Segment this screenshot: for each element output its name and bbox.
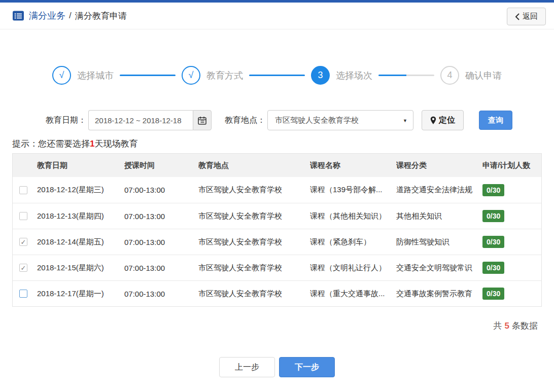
cell-course-category: 其他相关知识 — [396, 211, 482, 221]
session-table: 教育日期 授课时间 教育地点 课程名称 课程分类 申请/计划人数 2018-12… — [12, 153, 542, 307]
capacity-badge: 0/30 — [482, 262, 504, 274]
col-applied-planned: 申请/计划人数 — [482, 161, 541, 170]
step-select-city: √ 选择城市 — [52, 66, 114, 85]
search-button[interactable]: 查询 — [479, 111, 512, 130]
cell-course-name: 课程（紧急刹车） — [310, 237, 396, 247]
row-checkbox[interactable] — [19, 186, 27, 194]
filter-bar: 教育日期： 教育地点： 市区驾驶人安全教育学校 ▼ 定位 查询 — [0, 110, 554, 130]
col-course-category: 课程分类 — [396, 161, 482, 170]
cell-course-name: 课程（139号部令解... — [310, 185, 396, 195]
table-row[interactable]: ✓ 2018-12-15(星期六) 07:00-13:00 市区驾驶人安全教育学… — [13, 255, 541, 280]
col-class-time: 授课时间 — [124, 161, 198, 170]
step-connector-1 — [120, 75, 176, 76]
cell-class-time: 07:00-13:00 — [124, 264, 198, 272]
record-count: 共5条数据 — [0, 320, 538, 332]
page-header: 满分业务 / 满分教育申请 返回 — [0, 3, 554, 29]
breadcrumb-business[interactable]: 满分业务 — [29, 10, 65, 22]
table-header-row: 教育日期 授课时间 教育地点 课程名称 课程分类 申请/计划人数 — [13, 154, 541, 177]
cell-education-date: 2018-12-14(星期五) — [37, 237, 124, 247]
capacity-badge: 0/30 — [482, 210, 504, 222]
step-select-session: 3 选择场次 — [311, 66, 372, 85]
cell-education-location: 市区驾驶人安全教育学校 — [198, 263, 310, 273]
hint-text: 提示：您还需要选择1天现场教育 — [12, 138, 554, 150]
back-button[interactable]: 返回 — [507, 8, 546, 25]
col-education-location: 教育地点 — [198, 161, 310, 170]
cell-applied-planned: 0/30 — [482, 288, 541, 300]
col-education-date: 教育日期 — [37, 161, 124, 170]
count-prefix: 共 — [494, 321, 502, 331]
checkbox-cell: ✓ — [13, 238, 37, 246]
row-checkbox[interactable]: ✓ — [19, 264, 27, 272]
row-checkbox[interactable]: ✓ — [19, 238, 27, 246]
map-pin-icon — [430, 116, 436, 125]
step-2-circle: √ — [182, 66, 200, 85]
table-row[interactable]: 2018-12-12(星期三) 07:00-13:00 市区驾驶人安全教育学校 … — [13, 177, 541, 203]
locate-button[interactable]: 定位 — [422, 110, 464, 130]
cell-class-time: 07:00-13:00 — [124, 238, 198, 246]
hint-suffix: 天现场教育 — [94, 139, 137, 149]
step-connector-3 — [378, 75, 434, 76]
step-education-mode: √ 教育方式 — [182, 66, 243, 85]
chevron-left-icon — [515, 13, 520, 20]
previous-step-button[interactable]: 上一步 — [219, 357, 275, 377]
step-3-circle: 3 — [311, 66, 330, 85]
cell-education-date: 2018-12-17(星期一) — [37, 289, 124, 299]
step-2-label: 教育方式 — [206, 69, 243, 82]
next-step-button[interactable]: 下一步 — [279, 357, 335, 377]
cell-class-time: 07:00-13:00 — [124, 186, 198, 194]
cell-course-category: 交通安全文明驾驶常识 — [396, 263, 482, 273]
step-2-check: √ — [189, 70, 194, 81]
breadcrumb-separator: / — [69, 11, 72, 21]
locate-button-label: 定位 — [439, 115, 455, 126]
cell-course-category: 交通事故案例警示教育 — [396, 289, 482, 299]
hint-prefix: 提示：您还需要选择 — [12, 139, 90, 149]
row-checkbox[interactable] — [19, 290, 27, 298]
col-course-name: 课程名称 — [310, 161, 396, 170]
step-1-label: 选择城市 — [77, 69, 114, 82]
cell-course-name: 课程（其他相关知识） — [310, 211, 396, 221]
count-number: 5 — [505, 321, 509, 331]
step-4-circle: 4 — [440, 66, 459, 85]
checkbox-cell — [13, 186, 37, 194]
cell-education-location: 市区驾驶人安全教育学校 — [198, 211, 310, 221]
cell-education-location: 市区驾驶人安全教育学校 — [198, 185, 310, 195]
wizard-actions: 上一步 下一步 — [0, 357, 554, 377]
table-row[interactable]: ✓ 2018-12-14(星期五) 07:00-13:00 市区驾驶人安全教育学… — [13, 229, 541, 255]
checkbox-cell — [13, 290, 37, 298]
step-1-circle: √ — [52, 66, 71, 85]
cell-class-time: 07:00-13:00 — [124, 290, 198, 298]
step-indicator: √ 选择城市 √ 教育方式 3 选择场次 4 确认申请 — [0, 66, 554, 85]
cell-course-name: 课程（重大交通事故... — [310, 289, 396, 299]
cell-education-date: 2018-12-15(星期六) — [37, 263, 124, 273]
table-row[interactable]: 2018-12-13(星期四) 07:00-13:00 市区驾驶人安全教育学校 … — [13, 203, 541, 229]
education-date-label: 教育日期： — [46, 115, 86, 126]
date-range-input[interactable] — [88, 110, 193, 130]
capacity-badge: 0/30 — [482, 184, 504, 196]
checkbox-cell — [13, 212, 37, 220]
cell-education-location: 市区驾驶人安全教育学校 — [198, 289, 310, 299]
cell-course-name: 课程（文明礼让行人） — [310, 263, 396, 273]
table-row[interactable]: 2018-12-17(星期一) 07:00-13:00 市区驾驶人安全教育学校 … — [13, 280, 541, 306]
location-select[interactable]: 市区驾驶人安全教育学校 ▼ — [267, 110, 413, 130]
step-confirm-application: 4 确认申请 — [440, 66, 502, 85]
count-suffix: 条数据 — [512, 321, 538, 331]
breadcrumb-page-title: 满分教育申请 — [75, 10, 127, 22]
cell-education-location: 市区驾驶人安全教育学校 — [198, 237, 310, 247]
education-location-label: 教育地点： — [225, 115, 265, 126]
cell-applied-planned: 0/30 — [482, 262, 541, 274]
row-checkbox[interactable] — [19, 212, 27, 220]
back-button-label: 返回 — [523, 12, 538, 21]
capacity-badge: 0/30 — [482, 288, 504, 300]
calendar-button[interactable] — [193, 110, 212, 130]
step-1-check: √ — [59, 70, 64, 81]
location-select-value: 市区驾驶人安全教育学校 — [275, 116, 359, 125]
table-body: 2018-12-12(星期三) 07:00-13:00 市区驾驶人安全教育学校 … — [13, 177, 541, 306]
cell-applied-planned: 0/30 — [482, 236, 541, 248]
step-3-number: 3 — [318, 70, 323, 81]
cell-class-time: 07:00-13:00 — [124, 212, 198, 221]
capacity-badge: 0/30 — [482, 236, 504, 248]
checkbox-cell: ✓ — [13, 264, 37, 272]
step-connector-2 — [249, 75, 305, 76]
step-3-label: 选择场次 — [336, 69, 372, 82]
date-range-group — [88, 110, 212, 130]
